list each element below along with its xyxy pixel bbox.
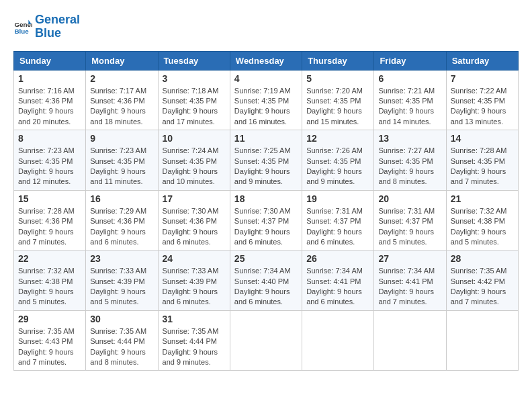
day-info: Sunrise: 7:28 AM Sunset: 4:36 PM Dayligh…	[18, 206, 81, 248]
day-number: 23	[90, 253, 153, 264]
day-number: 30	[90, 314, 153, 324]
calendar-day-30: 30 Sunrise: 7:35 AM Sunset: 4:44 PM Dayl…	[86, 310, 158, 371]
day-info: Sunrise: 7:35 AM Sunset: 4:44 PM Dayligh…	[90, 326, 153, 368]
calendar-week-3: 15 Sunrise: 7:28 AM Sunset: 4:36 PM Dayl…	[14, 190, 519, 250]
day-info: Sunrise: 7:35 AM Sunset: 4:44 PM Dayligh…	[163, 326, 226, 368]
calendar-week-2: 8 Sunrise: 7:23 AM Sunset: 4:35 PM Dayli…	[14, 130, 519, 191]
daylight-label: Daylight: 9 hours and 11 minutes.	[90, 167, 146, 185]
sunset-label: Sunset: 4:41 PM	[378, 277, 433, 285]
day-number: 25	[234, 253, 298, 264]
sunrise-label: Sunrise: 7:31 AM	[306, 207, 363, 215]
sunrise-label: Sunrise: 7:33 AM	[163, 267, 219, 275]
column-header-monday: Monday	[86, 51, 158, 70]
day-info: Sunrise: 7:26 AM Sunset: 4:35 PM Dayligh…	[306, 146, 369, 187]
sunset-label: Sunset: 4:35 PM	[163, 157, 217, 165]
sunset-label: Sunset: 4:35 PM	[90, 157, 144, 165]
empty-cell	[302, 310, 374, 371]
sunset-label: Sunset: 4:39 PM	[163, 277, 217, 285]
calendar-day-14: 14 Sunrise: 7:28 AM Sunset: 4:35 PM Dayl…	[446, 130, 518, 191]
sunset-label: Sunset: 4:36 PM	[90, 217, 144, 225]
calendar-day-23: 23 Sunrise: 7:33 AM Sunset: 4:39 PM Dayl…	[86, 250, 158, 311]
daylight-label: Daylight: 9 hours and 17 minutes.	[163, 107, 218, 125]
day-info: Sunrise: 7:34 AM Sunset: 4:41 PM Dayligh…	[378, 266, 441, 308]
day-number: 27	[378, 253, 441, 264]
day-number: 22	[18, 253, 81, 264]
sunrise-label: Sunrise: 7:33 AM	[90, 267, 146, 275]
sunrise-label: Sunrise: 7:30 AM	[163, 207, 219, 215]
sunrise-label: Sunrise: 7:18 AM	[163, 87, 219, 95]
day-info: Sunrise: 7:18 AM Sunset: 4:35 PM Dayligh…	[163, 86, 226, 128]
empty-cell	[446, 310, 518, 371]
sunset-label: Sunset: 4:37 PM	[306, 217, 361, 225]
calendar-day-9: 9 Sunrise: 7:23 AM Sunset: 4:35 PM Dayli…	[86, 130, 158, 191]
sunset-label: Sunset: 4:35 PM	[163, 97, 217, 105]
sunset-label: Sunset: 4:41 PM	[306, 277, 361, 285]
day-info: Sunrise: 7:34 AM Sunset: 4:41 PM Dayligh…	[306, 266, 369, 308]
sunrise-label: Sunrise: 7:34 AM	[234, 267, 291, 275]
daylight-label: Daylight: 9 hours and 8 minutes.	[90, 348, 146, 366]
day-number: 10	[163, 133, 226, 144]
calendar-day-25: 25 Sunrise: 7:34 AM Sunset: 4:40 PM Dayl…	[230, 250, 302, 311]
daylight-label: Daylight: 9 hours and 7 minutes.	[451, 287, 506, 306]
daylight-label: Daylight: 9 hours and 5 minutes.	[18, 287, 74, 306]
daylight-label: Daylight: 9 hours and 5 minutes.	[90, 287, 146, 306]
sunrise-label: Sunrise: 7:35 AM	[163, 327, 219, 335]
calendar-day-16: 16 Sunrise: 7:29 AM Sunset: 4:36 PM Dayl…	[86, 190, 158, 250]
sunrise-label: Sunrise: 7:35 AM	[90, 327, 146, 335]
day-number: 15	[18, 193, 81, 204]
day-info: Sunrise: 7:27 AM Sunset: 4:35 PM Dayligh…	[378, 146, 441, 187]
sunrise-label: Sunrise: 7:22 AM	[451, 87, 507, 95]
sunrise-label: Sunrise: 7:35 AM	[18, 327, 75, 335]
daylight-label: Daylight: 9 hours and 18 minutes.	[90, 107, 146, 125]
sunset-label: Sunset: 4:35 PM	[451, 97, 505, 105]
sunset-label: Sunset: 4:35 PM	[234, 97, 289, 105]
sunrise-label: Sunrise: 7:21 AM	[378, 87, 435, 95]
calendar-week-1: 1 Sunrise: 7:16 AM Sunset: 4:36 PM Dayli…	[14, 70, 519, 130]
daylight-label: Daylight: 9 hours and 6 minutes.	[306, 287, 362, 306]
day-info: Sunrise: 7:20 AM Sunset: 4:35 PM Dayligh…	[306, 86, 369, 128]
svg-text:Blue: Blue	[14, 28, 29, 35]
day-number: 4	[234, 73, 298, 84]
day-info: Sunrise: 7:35 AM Sunset: 4:42 PM Dayligh…	[451, 266, 514, 308]
sunrise-label: Sunrise: 7:32 AM	[18, 267, 75, 275]
sunrise-label: Sunrise: 7:17 AM	[90, 87, 146, 95]
sunrise-label: Sunrise: 7:34 AM	[306, 267, 363, 275]
calendar-day-6: 6 Sunrise: 7:21 AM Sunset: 4:35 PM Dayli…	[374, 70, 446, 130]
calendar-table: SundayMondayTuesdayWednesdayThursdayFrid…	[13, 51, 519, 371]
day-info: Sunrise: 7:23 AM Sunset: 4:35 PM Dayligh…	[90, 146, 153, 187]
daylight-label: Daylight: 9 hours and 5 minutes.	[451, 228, 506, 246]
day-info: Sunrise: 7:32 AM Sunset: 4:38 PM Dayligh…	[451, 206, 514, 248]
day-info: Sunrise: 7:31 AM Sunset: 4:37 PM Dayligh…	[306, 206, 369, 248]
empty-cell	[230, 310, 302, 371]
day-info: Sunrise: 7:25 AM Sunset: 4:35 PM Dayligh…	[234, 146, 298, 187]
day-info: Sunrise: 7:21 AM Sunset: 4:35 PM Dayligh…	[378, 86, 441, 128]
logo: General Blue GeneralBlue	[13, 13, 80, 40]
day-info: Sunrise: 7:30 AM Sunset: 4:36 PM Dayligh…	[163, 206, 226, 248]
day-info: Sunrise: 7:33 AM Sunset: 4:39 PM Dayligh…	[163, 266, 226, 308]
calendar-week-5: 29 Sunrise: 7:35 AM Sunset: 4:43 PM Dayl…	[14, 310, 519, 371]
calendar-day-7: 7 Sunrise: 7:22 AM Sunset: 4:35 PM Dayli…	[446, 70, 518, 130]
sunset-label: Sunset: 4:36 PM	[18, 217, 73, 225]
day-number: 17	[163, 193, 226, 204]
sunset-label: Sunset: 4:35 PM	[306, 97, 361, 105]
day-number: 2	[90, 73, 153, 84]
sunrise-label: Sunrise: 7:27 AM	[378, 146, 435, 154]
daylight-label: Daylight: 9 hours and 7 minutes.	[378, 287, 434, 306]
day-number: 18	[234, 193, 298, 204]
calendar-day-19: 19 Sunrise: 7:31 AM Sunset: 4:37 PM Dayl…	[302, 190, 374, 250]
calendar-day-17: 17 Sunrise: 7:30 AM Sunset: 4:36 PM Dayl…	[158, 190, 230, 250]
daylight-label: Daylight: 9 hours and 7 minutes.	[451, 167, 506, 185]
sunset-label: Sunset: 4:36 PM	[18, 97, 73, 105]
daylight-label: Daylight: 9 hours and 7 minutes.	[18, 228, 74, 246]
calendar-day-31: 31 Sunrise: 7:35 AM Sunset: 4:44 PM Dayl…	[158, 310, 230, 371]
daylight-label: Daylight: 9 hours and 5 minutes.	[378, 228, 434, 246]
day-info: Sunrise: 7:29 AM Sunset: 4:36 PM Dayligh…	[90, 206, 153, 248]
day-info: Sunrise: 7:23 AM Sunset: 4:35 PM Dayligh…	[18, 146, 81, 187]
day-number: 8	[18, 133, 81, 144]
calendar-day-13: 13 Sunrise: 7:27 AM Sunset: 4:35 PM Dayl…	[374, 130, 446, 191]
daylight-label: Daylight: 9 hours and 9 minutes.	[306, 167, 362, 185]
sunrise-label: Sunrise: 7:20 AM	[306, 87, 363, 95]
sunset-label: Sunset: 4:35 PM	[378, 97, 433, 105]
day-info: Sunrise: 7:35 AM Sunset: 4:43 PM Dayligh…	[18, 326, 81, 368]
calendar-day-2: 2 Sunrise: 7:17 AM Sunset: 4:36 PM Dayli…	[86, 70, 158, 130]
